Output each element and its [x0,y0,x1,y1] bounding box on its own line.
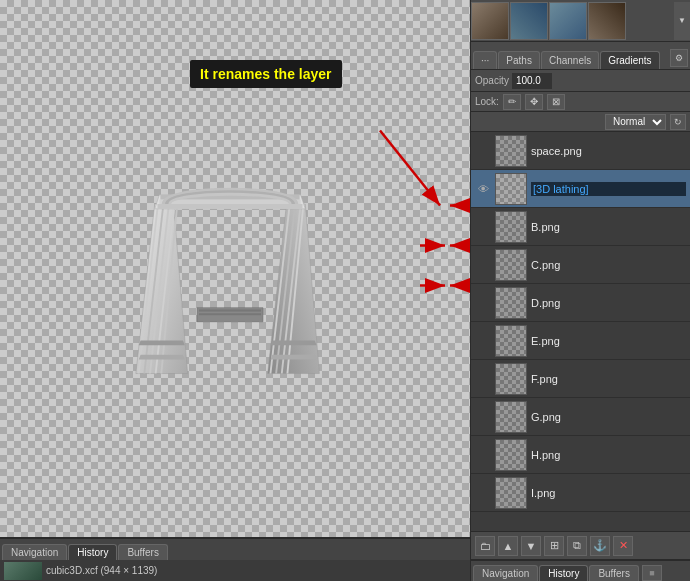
move-layer-down-btn[interactable]: ▼ [521,536,541,556]
thumbnails-dropdown[interactable]: ▼ [674,2,690,40]
right-panel: ▼ ··· Paths Channels Gradients ⚙ Opacity… [470,0,690,581]
tab-channels[interactable]: Channels [541,51,599,69]
anchor-layer-btn[interactable]: ⚓ [590,536,610,556]
tab-history[interactable]: History [68,544,117,560]
layer-visibility-icon[interactable] [475,219,491,235]
tab-buffers[interactable]: Buffers [118,544,168,560]
layers-tab-bar: ··· Paths Channels Gradients ⚙ [471,42,690,70]
thumbnails-strip: ▼ [471,0,690,42]
tab-paths[interactable]: Paths [498,51,540,69]
layer-visibility-icon[interactable] [475,143,491,159]
layer-item[interactable]: C.png [471,246,690,284]
lock-row: Lock: ✏ ✥ ⊠ [471,92,690,112]
layer-thumbnail [495,325,527,357]
layer-name: F.png [531,373,686,385]
canvas-checkerboard: It renames the layer [0,0,470,581]
mode-row: Normal ↻ [471,112,690,132]
layer-name: [3D lathing] [531,182,686,196]
layer-item[interactable]: E.png [471,322,690,360]
layer-name: B.png [531,221,686,233]
layer-item[interactable]: B.png [471,208,690,246]
layer-name: C.png [531,259,686,271]
layer-visibility-icon[interactable] [475,409,491,425]
status-thumbnail [4,562,42,580]
canvas-area[interactable]: It renames the layer [0,0,470,581]
layer-thumbnail [495,363,527,395]
status-content: cubic3D.xcf (944 × 1139) [0,560,470,581]
layer-thumbnail [495,287,527,319]
layer-thumbnail [495,173,527,205]
duplicate-layer-btn[interactable]: ⧉ [567,536,587,556]
layer-item[interactable]: G.png [471,398,690,436]
layer-name: space.png [531,145,686,157]
3d-object [50,90,410,450]
layer-name: D.png [531,297,686,309]
status-tabs: Navigation History Buffers [0,539,470,560]
thumbnail-1[interactable] [471,2,509,40]
tab-layers-more[interactable]: ··· [473,51,497,69]
layer-thumbnail [495,249,527,281]
new-layer-btn[interactable]: ⊞ [544,536,564,556]
opacity-value[interactable]: 100.0 [512,73,552,89]
layer-visibility-icon[interactable]: 👁 [475,181,491,197]
right-tab-history[interactable]: History [539,565,588,581]
status-file-info: cubic3D.xcf (944 × 1139) [46,565,157,576]
layer-visibility-icon[interactable] [475,485,491,501]
layer-name: I.png [531,487,686,499]
tooltip-text: It renames the layer [200,66,332,82]
bottom-status-bar: Navigation History Buffers cubic3D.xcf (… [0,537,470,581]
layer-name: G.png [531,411,686,423]
new-layer-group-btn[interactable]: 🗀 [475,536,495,556]
panel-config-icon[interactable]: ⚙ [670,49,688,67]
layer-item[interactable]: H.png [471,436,690,474]
delete-layer-btn[interactable]: ✕ [613,536,633,556]
mode-icon[interactable]: ↻ [670,114,686,130]
layer-thumbnail [495,401,527,433]
right-tab-navigation[interactable]: Navigation [473,565,538,581]
layer-thumbnail [495,211,527,243]
layer-visibility-icon[interactable] [475,447,491,463]
layer-item[interactable]: 👁 [3D lathing] [471,170,690,208]
thumbnail-4[interactable] [588,2,626,40]
layer-name: E.png [531,335,686,347]
main-container: It renames the layer [0,0,690,581]
layer-visibility-icon[interactable] [475,295,491,311]
tab-navigation[interactable]: Navigation [2,544,67,560]
layer-visibility-icon[interactable] [475,257,491,273]
layer-visibility-icon[interactable] [475,371,491,387]
layer-item[interactable]: space.png [471,132,690,170]
layer-thumbnail [495,135,527,167]
opacity-row: Opacity 100.0 [471,70,690,92]
layer-item[interactable]: F.png [471,360,690,398]
tab-gradients[interactable]: Gradients [600,51,659,69]
lock-label: Lock: [475,96,499,107]
blend-mode-select[interactable]: Normal [605,114,666,130]
thumbnail-3[interactable] [549,2,587,40]
layer-visibility-icon[interactable] [475,333,491,349]
layer-item[interactable]: D.png [471,284,690,322]
move-layer-up-btn[interactable]: ▲ [498,536,518,556]
layer-thumbnail [495,439,527,471]
opacity-label: Opacity [475,75,509,86]
status-color-swatch: ■ [642,565,662,581]
right-status-tabs: Navigation History Buffers ■ [471,559,690,581]
layer-item[interactable]: I.png [471,474,690,512]
tab-action-icons: ⚙ [670,49,688,69]
layer-name: H.png [531,449,686,461]
right-tab-buffers[interactable]: Buffers [589,565,639,581]
lock-all-btn[interactable]: ⊠ [547,94,565,110]
thumbnail-2[interactable] [510,2,548,40]
lock-pixels-btn[interactable]: ✏ [503,94,521,110]
layers-bottom-toolbar: 🗀 ▲ ▼ ⊞ ⧉ ⚓ ✕ [471,531,690,559]
tooltip: It renames the layer [190,60,342,88]
layer-thumbnail [495,477,527,509]
lock-position-btn[interactable]: ✥ [525,94,543,110]
layers-list: space.png 👁 [3D lathing] B.png C.png [471,132,690,531]
